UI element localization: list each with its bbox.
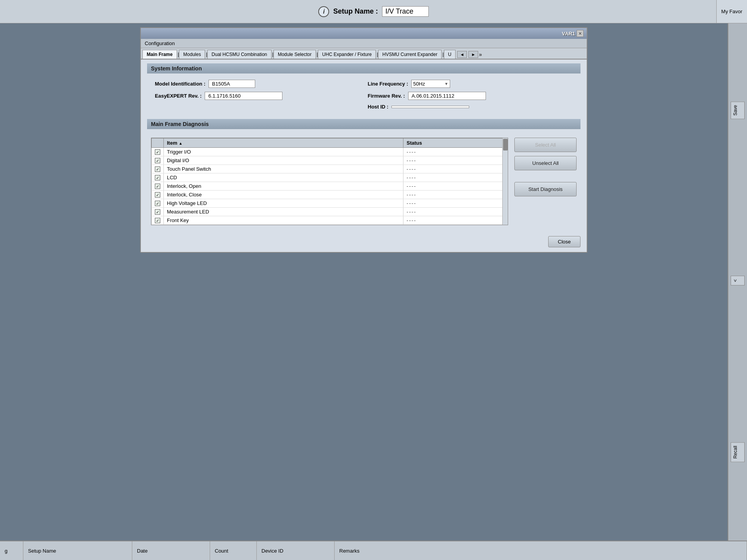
bottom-col-remarks: Remarks [335, 541, 747, 560]
bottom-col-setup-name: Setup Name [23, 541, 132, 560]
checkbox-cell-0[interactable]: ✓ [152, 148, 164, 156]
close-button[interactable]: Close [548, 236, 580, 247]
status-cell-5: ---- [403, 191, 508, 199]
host-id-value [391, 106, 469, 108]
checkbox-icon-1: ✓ [155, 158, 160, 163]
item-name-cell-7: Measurement LED [164, 208, 403, 216]
setup-name-label: Setup Name : [333, 7, 378, 16]
item-name-cell-0: Trigger I/O [164, 148, 403, 156]
table-row: ✓ Touch Panel Switch ---- [152, 165, 508, 173]
tab-nav-forward[interactable]: ► [468, 51, 478, 58]
recall-sidebar-button[interactable]: Recall [731, 442, 745, 462]
checkbox-icon-8: ✓ [155, 218, 160, 223]
firmware-value: A.06.01.2015.1112 [408, 92, 486, 100]
var1-bar: VAR1 × [141, 28, 587, 39]
checkbox-icon-7: ✓ [155, 209, 160, 215]
table-row: ✓ LCD ---- [152, 173, 508, 182]
table-header-checkbox [152, 138, 164, 148]
host-id-row: Host ID : [368, 104, 573, 110]
table-row: ✓ Front Key ---- [152, 216, 508, 225]
diagnosis-header: Main Frame Diagnosis [147, 119, 580, 129]
table-header-item: Item [164, 138, 403, 148]
scrollbar-thumb[interactable] [503, 139, 508, 150]
item-name-cell-6: High Voltage LED [164, 199, 403, 208]
status-cell-4: ---- [403, 182, 508, 191]
bottom-col-count: Count [210, 541, 257, 560]
checkbox-cell-1[interactable]: ✓ [152, 156, 164, 165]
main-content: VAR1 × Configuration Main Frame | Module… [0, 23, 728, 541]
status-cell-3: ---- [403, 173, 508, 182]
checkbox-icon-6: ✓ [155, 201, 160, 206]
dialog-body: System Information Model Identification … [141, 60, 587, 233]
table-row: ✓ Digital I/O ---- [152, 156, 508, 165]
tab-modules[interactable]: Modules [179, 50, 205, 59]
checkbox-cell-3[interactable]: ✓ [152, 173, 164, 182]
bottom-col-device-id: Device ID [257, 541, 335, 560]
start-diagnosis-button[interactable]: Start Diagnosis [514, 182, 577, 196]
diagnosis-table-container: Item Status ✓ Trigger I/O ---- ✓ [151, 138, 508, 225]
tab-u[interactable]: U [444, 50, 456, 59]
select-all-button[interactable]: Select All [514, 138, 577, 152]
setup-name-bar: i Setup Name : I/V Trace [318, 6, 428, 17]
var1-close-button[interactable]: × [577, 30, 584, 37]
table-scrollbar[interactable] [502, 138, 508, 225]
model-id-label: Model Identification : [155, 81, 205, 87]
dialog-footer: Close [141, 233, 587, 252]
arrow-left-sidebar[interactable]: < [731, 276, 745, 285]
model-id-value: B1505A [209, 80, 255, 88]
var1-label: VAR1 [562, 31, 575, 37]
tab-uhc-expander[interactable]: UHC Expander / Fixture [318, 50, 376, 59]
checkbox-cell-2[interactable]: ✓ [152, 165, 164, 173]
line-freq-select[interactable]: 50Hz ▼ [411, 80, 450, 88]
diagnosis-body: Item Status ✓ Trigger I/O ---- ✓ [147, 134, 580, 229]
diagnosis-table: Item Status ✓ Trigger I/O ---- ✓ [151, 138, 508, 225]
line-freq-value: 50Hz [413, 81, 425, 87]
info-icon[interactable]: i [318, 6, 329, 17]
table-row: ✓ Interlock, Open ---- [152, 182, 508, 191]
checkbox-icon-0: ✓ [155, 149, 160, 155]
checkbox-cell-7[interactable]: ✓ [152, 208, 164, 216]
status-cell-2: ---- [403, 165, 508, 173]
tab-nav-back[interactable]: ◄ [457, 51, 467, 58]
checkbox-icon-4: ✓ [155, 184, 160, 189]
easyexpert-value: 6.1.1716.5160 [205, 92, 282, 100]
checkbox-icon-2: ✓ [155, 166, 160, 172]
item-name-cell-3: LCD [164, 173, 403, 182]
save-sidebar-button[interactable]: Save [731, 102, 745, 119]
table-row: ✓ High Voltage LED ---- [152, 199, 508, 208]
table-row: ✓ Measurement LED ---- [152, 208, 508, 216]
tab-bar: Main Frame | Modules | Dual HCSMU Combin… [141, 48, 587, 60]
item-name-cell-8: Front Key [164, 216, 403, 225]
firmware-label: Firmware Rev. : [368, 93, 405, 99]
line-freq-row: Line Frequency : 50Hz ▼ [368, 80, 573, 88]
tab-module-selector[interactable]: Module Selector [274, 50, 316, 59]
status-cell-7: ---- [403, 208, 508, 216]
model-id-row: Model Identification : B1505A [155, 80, 360, 88]
bottom-bar: g Setup Name Date Count Device ID Remark… [0, 541, 747, 560]
tab-dual-hcsmu[interactable]: Dual HCSMU Combination [207, 50, 272, 59]
item-name-cell-4: Interlock, Open [164, 182, 403, 191]
table-scroll-area: Item Status ✓ Trigger I/O ---- ✓ [151, 138, 508, 225]
sort-icon [179, 140, 182, 146]
config-dialog: VAR1 × Configuration Main Frame | Module… [140, 27, 587, 253]
tab-double-arrow[interactable]: » [479, 51, 482, 58]
system-info-grid: Model Identification : B1505A Line Frequ… [147, 78, 580, 116]
setup-name-value: I/V Trace [382, 6, 429, 17]
status-cell-8: ---- [403, 216, 508, 225]
checkbox-cell-6[interactable]: ✓ [152, 199, 164, 208]
diagnosis-buttons: Select All Unselect All Start Diagnosis [514, 138, 577, 225]
tab-hvsmu-current[interactable]: HVSMU Current Expander [378, 50, 442, 59]
line-freq-label: Line Frequency : [368, 81, 408, 87]
checkbox-icon-3: ✓ [155, 175, 160, 180]
my-favorites-button[interactable]: My Favor [716, 0, 747, 23]
tab-main-frame[interactable]: Main Frame [142, 50, 177, 59]
table-row: ✓ Interlock, Close ---- [152, 191, 508, 199]
diagnosis-section: Main Frame Diagnosis Item Status [147, 119, 580, 229]
unselect-all-button[interactable]: Unselect All [514, 156, 577, 170]
bottom-col-index: g [0, 541, 23, 560]
checkbox-cell-8[interactable]: ✓ [152, 216, 164, 225]
checkbox-cell-5[interactable]: ✓ [152, 191, 164, 199]
right-sidebar: Save < Recall [728, 23, 747, 541]
status-cell-6: ---- [403, 199, 508, 208]
checkbox-cell-4[interactable]: ✓ [152, 182, 164, 191]
